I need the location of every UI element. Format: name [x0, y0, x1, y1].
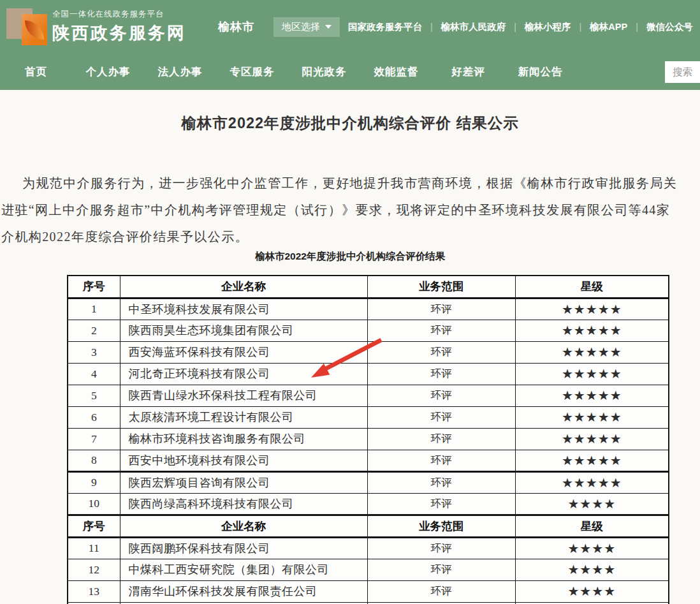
table-caption: 榆林市2022年度涉批中介机构综合评价结果	[0, 250, 700, 263]
row-number: 9	[68, 471, 120, 493]
link-wechat-account[interactable]: 微信公众号	[638, 21, 700, 33]
nav-item-home[interactable]: 首页	[0, 65, 72, 79]
company-name: 陕西尚绿高科环境科技有限公司	[120, 493, 367, 515]
header-stars: 星级	[515, 515, 669, 537]
site-header: 全国一体化在线政务服务平台 陕西政务服务网 榆林市 地区选择 国家政务服务平台 …	[0, 0, 700, 54]
company-name: 西安中地环境科技有限公司	[120, 450, 367, 471]
nav-item-legal-person[interactable]: 法人办事	[144, 65, 216, 79]
row-number: 7	[68, 428, 120, 450]
table-row-highlighted-by-arrow: 4 河北奇正环境科技有限公司 环评 ★★★★★	[68, 363, 669, 385]
company-name: 太原核清环境工程设计有限公司	[120, 406, 367, 428]
current-city-label: 榆林市	[218, 19, 254, 34]
paragraph-line: 进驻“网上中介服务超市”中介机构考评管理规定（试行）》要求，现将评定的中圣环境科…	[1, 196, 700, 223]
star-rating: ★★★★★	[515, 406, 669, 428]
star-rating: ★★★★	[515, 580, 669, 602]
site-logo	[5, 6, 48, 48]
header-company: 企业名称	[120, 276, 367, 298]
nav-item-personal[interactable]: 个人办事	[72, 65, 144, 79]
table-row: 6 太原核清环境工程设计有限公司 环评 ★★★★★	[68, 406, 669, 428]
brand-block: 全国一体化在线政务服务平台 陕西政务服务网	[52, 9, 186, 45]
evaluation-results-table: 序号 企业名称 业务范围 星级 1 中圣环境科技发展有限公司 环评 ★★★★★ …	[67, 275, 669, 604]
link-city-app[interactable]: 榆林APP	[581, 21, 636, 33]
table-row: 2 陕西雨昊生态环境集团有限公司 环评 ★★★★★	[68, 320, 669, 341]
business-scope: 环评	[367, 450, 515, 471]
leaf-icon	[25, 20, 44, 40]
page-title: 榆林市2022年度涉批中介机构综合评价 结果公示	[0, 113, 700, 133]
nav-item-efficiency-supervision[interactable]: 效能监督	[360, 65, 432, 79]
row-number: 4	[68, 363, 120, 385]
row-number: 12	[68, 559, 120, 580]
business-scope: 环评	[367, 537, 515, 559]
nav-item-rating[interactable]: 好差评	[432, 65, 504, 79]
nav-item-zone-services[interactable]: 专区服务	[216, 65, 288, 79]
table-row: 12 中煤科工西安研究院（集团）有限公司 环评 ★★★★	[68, 559, 669, 580]
row-number: 8	[68, 450, 120, 471]
row-number: 11	[68, 537, 120, 559]
page: { "header": { "platform_label": "全国一体化在线…	[0, 0, 700, 604]
paragraph-line: 介机构2022年度综合评价结果予以公示。	[1, 223, 700, 250]
table-row: 5 陕西青山绿水环保科技工程有限公司 环评 ★★★★★	[68, 385, 669, 406]
header-no: 序号	[68, 276, 120, 298]
star-rating: ★★★★★	[515, 471, 669, 493]
star-rating: ★★★★	[515, 537, 669, 559]
table-row: 7 榆林市环境科技咨询服务有限公司 环评 ★★★★★	[68, 428, 669, 450]
company-name: 陕西宏辉项目咨询有限公司	[120, 471, 367, 493]
link-city-government[interactable]: 榆林市人民政府	[433, 21, 514, 33]
table-header-row-repeat: 序号 企业名称 业务范围 星级	[68, 515, 669, 537]
link-mini-program[interactable]: 榆林小程序	[516, 21, 580, 33]
header-scope: 业务范围	[367, 515, 515, 537]
company-name: 陕西青山绿水环保科技工程有限公司	[120, 385, 367, 406]
company-name: 榆林市环境科技咨询服务有限公司	[120, 428, 367, 450]
star-rating: ★★★★	[515, 559, 669, 580]
business-scope: 环评	[367, 471, 515, 493]
star-rating: ★★★★★	[515, 428, 669, 450]
region-select-button[interactable]: 地区选择	[273, 17, 340, 37]
search-input[interactable]	[665, 61, 700, 83]
header-company: 企业名称	[120, 515, 367, 537]
row-number: 3	[68, 341, 120, 363]
row-number: 5	[68, 385, 120, 406]
business-scope: 环评	[367, 559, 515, 580]
business-scope: 环评	[367, 298, 515, 320]
nav-item-news[interactable]: 新闻公告	[504, 65, 576, 79]
star-rating: ★★★★★	[515, 363, 669, 385]
chevron-down-icon	[325, 25, 332, 29]
star-rating: ★★★★	[515, 493, 669, 515]
business-scope: 环评	[367, 428, 515, 450]
platform-label: 全国一体化在线政务服务平台	[52, 9, 186, 20]
header-stars: 星级	[515, 276, 669, 298]
company-name: 中煤科工西安研究院（集团）有限公司	[120, 559, 367, 580]
company-name: 陕西雨昊生态环境集团有限公司	[120, 320, 367, 341]
table-header-row: 序号 企业名称 业务范围 星级	[68, 276, 669, 298]
table-row: 9 陕西宏辉项目咨询有限公司 环评 ★★★★★	[68, 471, 669, 493]
row-number: 6	[68, 406, 120, 428]
business-scope: 环评	[367, 580, 515, 602]
business-scope: 环评	[367, 341, 515, 363]
row-number: 10	[68, 493, 120, 515]
paragraph-line: 为规范中介服务行为，进一步强化中介监管工作，更好地提升我市营商环境，根据《榆林市…	[1, 170, 700, 196]
business-scope: 环评	[367, 406, 515, 428]
region-select-label: 地区选择	[282, 21, 320, 33]
business-scope: 环评	[367, 363, 515, 385]
company-name: 西安海蓝环保科技有限公司	[120, 341, 367, 363]
logo-orange-square	[22, 14, 47, 45]
table-row: 3 西安海蓝环保科技有限公司 环评 ★★★★★	[68, 341, 669, 363]
business-scope: 环评	[367, 320, 515, 341]
article-content: 榆林市2022年度涉批中介机构综合评价 结果公示 为规范中介服务行为，进一步强化…	[0, 113, 700, 604]
link-national-platform[interactable]: 国家政务服务平台	[340, 21, 430, 33]
top-links: 国家政务服务平台 | 榆林市人民政府 | 榆林小程序 | 榆林APP | 微信公…	[340, 21, 700, 33]
star-rating: ★★★★★	[515, 341, 669, 363]
company-name: 陕西阔鹏环保科技有限公司	[120, 537, 367, 559]
site-name: 陕西政务服务网	[52, 22, 186, 45]
table-row: 1 中圣环境科技发展有限公司 环评 ★★★★★	[68, 298, 669, 320]
table-row: 11 陕西阔鹏环保科技有限公司 环评 ★★★★	[68, 537, 669, 559]
row-number: 13	[68, 580, 120, 602]
star-rating: ★★★★★	[515, 450, 669, 471]
company-name: 河北奇正环境科技有限公司	[120, 363, 367, 385]
star-rating: ★★★★★	[515, 320, 669, 341]
star-rating: ★★★★★	[515, 385, 669, 406]
main-nav: 首页 个人办事 法人办事 专区服务 阳光政务 效能监督 好差评 新闻公告	[0, 54, 700, 90]
nav-item-open-government[interactable]: 阳光政务	[288, 65, 360, 79]
row-number: 2	[68, 320, 120, 341]
header-scope: 业务范围	[367, 276, 515, 298]
